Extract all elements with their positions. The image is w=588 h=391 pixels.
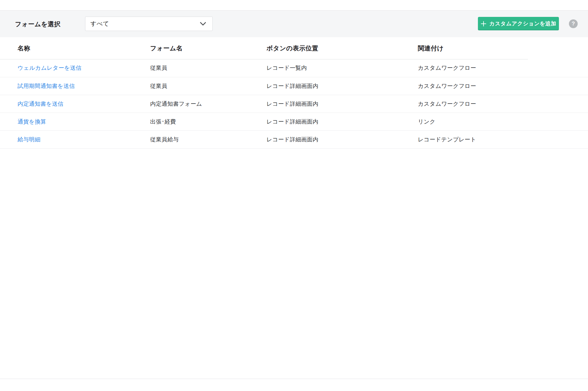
plus-icon [481, 21, 486, 27]
position-cell: レコード詳細画面内 [266, 77, 418, 95]
column-header-name: 名称 [0, 37, 150, 59]
table-header-row: 名称 フォーム名 ボタンの表示位置 関連付け [0, 37, 588, 59]
position-cell: レコード詳細画面内 [266, 130, 418, 148]
association-cell: カスタムワークフロー [418, 59, 588, 77]
association-cell: カスタムワークフロー [418, 95, 588, 113]
action-name-link[interactable]: ウェルカムレターを送信 [18, 65, 82, 71]
position-cell: レコード詳細画面内 [266, 95, 418, 113]
action-name-link[interactable]: 内定通知書を送信 [18, 101, 63, 107]
position-cell: レコード一覧内 [266, 59, 418, 77]
form-name-cell: 従業員 [150, 59, 266, 77]
association-cell: リンク [418, 113, 588, 130]
help-button[interactable]: ? [569, 19, 578, 28]
action-name-link[interactable]: 試用期間通知書を送信 [18, 83, 75, 89]
form-select-value: すべて [90, 20, 109, 28]
form-name-cell: 出張･経費 [150, 113, 266, 130]
form-name-cell: 従業員 [150, 77, 266, 95]
association-cell: カスタムワークフロー [418, 77, 588, 95]
table-row: 内定通知書を送信 内定通知書フォーム レコード詳細画面内 カスタムワークフロー [0, 95, 588, 113]
chevron-down-icon [200, 22, 206, 26]
association-cell: レコードテンプレート [418, 130, 588, 148]
add-custom-action-label: カスタムアクションを追加 [489, 20, 556, 27]
table-row: 試用期間通知書を送信 従業員 レコード詳細画面内 カスタムワークフロー [0, 77, 588, 95]
form-name-cell: 従業員給与 [150, 130, 266, 148]
page: { "toolbar": { "form_select_label": "フォー… [0, 0, 588, 391]
footer-divider [0, 378, 588, 379]
action-name-link[interactable]: 通貨を換算 [18, 119, 46, 125]
column-header-association: 関連付け [418, 37, 588, 59]
table-row: ウェルカムレターを送信 従業員 レコード一覧内 カスタムワークフロー [0, 59, 588, 77]
add-custom-action-button[interactable]: カスタムアクションを追加 [478, 17, 559, 30]
column-header-form: フォーム名 [150, 37, 266, 59]
custom-actions-table: 名称 フォーム名 ボタンの表示位置 関連付け ウェルカムレターを送信 従業員 レ… [0, 37, 588, 149]
action-name-link[interactable]: 給与明細 [18, 136, 40, 143]
table-header-divider [0, 59, 528, 59]
form-select-dropdown[interactable]: すべて [85, 17, 213, 31]
form-name-cell: 内定通知書フォーム [150, 95, 266, 113]
position-cell: レコード詳細画面内 [266, 113, 418, 130]
toolbar: フォームを選択 すべて カスタムアクションを追加 ? [0, 10, 588, 37]
form-select-label: フォームを選択 [15, 20, 60, 28]
table-row: 通貨を換算 出張･経費 レコード詳細画面内 リンク [0, 113, 588, 130]
question-mark-icon: ? [572, 21, 575, 27]
column-header-position: ボタンの表示位置 [266, 37, 418, 59]
table-row: 給与明細 従業員給与 レコード詳細画面内 レコードテンプレート [0, 130, 588, 148]
